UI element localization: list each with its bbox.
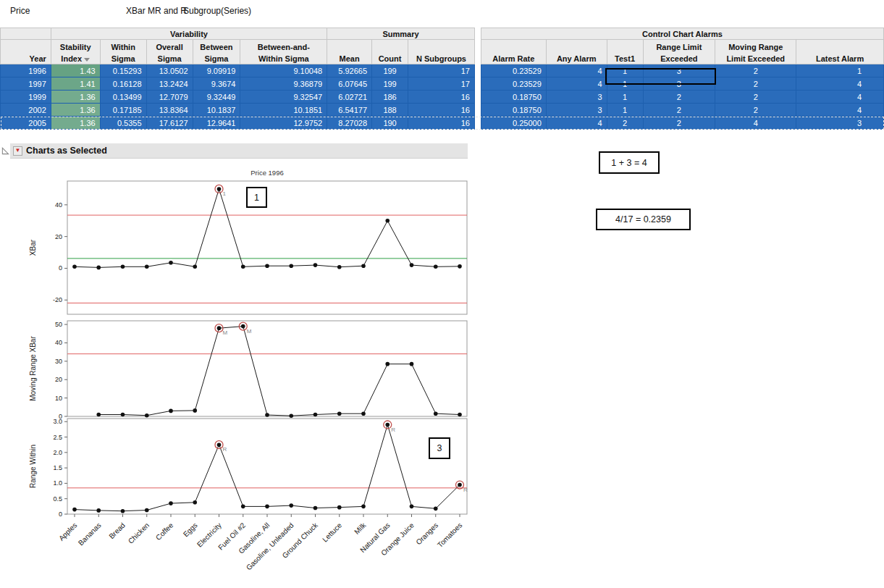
data-point[interactable]	[337, 505, 342, 510]
cell[interactable]: 10.1837	[193, 104, 240, 117]
data-point[interactable]	[265, 264, 269, 268]
data-point[interactable]	[241, 324, 245, 329]
charts-section-header[interactable]: ▼ Charts as Selected	[10, 143, 468, 159]
cell[interactable]: 1	[796, 64, 884, 77]
data-point[interactable]	[458, 264, 462, 269]
cell[interactable]: 1	[607, 91, 643, 104]
cell[interactable]: 199	[372, 64, 408, 77]
data-point[interactable]	[121, 264, 125, 269]
data-point[interactable]	[241, 505, 245, 509]
data-point[interactable]	[385, 423, 390, 427]
data-point[interactable]	[169, 501, 173, 505]
column-header[interactable]: Any Alarm	[546, 52, 607, 64]
data-point[interactable]	[217, 326, 222, 330]
data-point[interactable]	[241, 264, 245, 269]
cell[interactable]: 6.54177	[327, 104, 372, 117]
data-point[interactable]	[96, 508, 101, 513]
data-point[interactable]	[145, 413, 149, 418]
cell[interactable]: 4	[715, 117, 796, 130]
data-point[interactable]	[361, 264, 366, 268]
cell[interactable]: 0.18750	[481, 91, 546, 104]
data-point[interactable]	[193, 500, 197, 505]
data-point[interactable]	[265, 413, 269, 417]
cell[interactable]: 0.23529	[481, 64, 546, 77]
cell[interactable]: 5.92665	[327, 64, 372, 77]
cell[interactable]: 16	[408, 117, 475, 130]
cell[interactable]: 3	[546, 91, 607, 104]
collapse-icon[interactable]	[1, 147, 9, 155]
column-header[interactable]: Test1	[607, 52, 643, 64]
cell[interactable]: 0.16128	[100, 77, 146, 91]
data-point[interactable]	[337, 265, 342, 269]
column-header[interactable]: Sigma	[193, 52, 240, 64]
data-point[interactable]	[337, 411, 342, 416]
column-header[interactable]: Latest Alarm	[796, 52, 884, 64]
data-point[interactable]	[289, 503, 293, 508]
data-point[interactable]	[313, 506, 318, 511]
cell[interactable]: 186	[372, 91, 408, 104]
cell[interactable]: 8.27028	[327, 117, 372, 130]
data-point[interactable]	[410, 362, 414, 366]
cell[interactable]: 2	[643, 91, 715, 104]
data-point[interactable]	[385, 219, 390, 223]
cell[interactable]: 0.23529	[481, 77, 546, 91]
column-header[interactable]: Alarm Rate	[481, 52, 546, 64]
data-point[interactable]	[121, 413, 125, 417]
table-row[interactable]: 20051.360.535517.612712.964112.97528.270…	[1, 117, 884, 130]
data-point[interactable]	[96, 413, 101, 417]
cell[interactable]: 4	[546, 117, 607, 130]
column-header[interactable]: Year	[1, 52, 51, 64]
cell[interactable]: 0.15293	[100, 64, 146, 77]
cell[interactable]: 4	[796, 91, 884, 104]
data-point[interactable]	[434, 411, 438, 416]
column-header[interactable]: Sigma	[100, 52, 146, 64]
cell[interactable]: 12.9641	[193, 117, 240, 130]
column-header[interactable]: Sigma	[146, 52, 193, 64]
cell[interactable]: 1.36	[51, 104, 100, 117]
data-point[interactable]	[313, 263, 318, 267]
cell[interactable]: 0.13499	[100, 91, 146, 104]
cell[interactable]: 6.02721	[327, 91, 372, 104]
cell[interactable]: 16	[408, 91, 475, 104]
data-point[interactable]	[289, 264, 293, 268]
data-point[interactable]	[313, 413, 318, 417]
column-header[interactable]: Exceeded	[643, 52, 715, 64]
table-row[interactable]: 19991.360.1349912.70799.324499.325476.02…	[1, 91, 884, 104]
data-point[interactable]	[121, 509, 125, 513]
data-point[interactable]	[361, 411, 366, 416]
data-point[interactable]	[410, 263, 414, 267]
data-point[interactable]	[361, 505, 366, 509]
cell[interactable]: 13.0502	[146, 64, 193, 77]
cell[interactable]: 3	[796, 117, 884, 130]
cell[interactable]: 6.07645	[327, 77, 372, 91]
cell[interactable]: 0.17185	[100, 104, 146, 117]
column-header[interactable]: Mean	[327, 52, 372, 64]
data-point[interactable]	[72, 264, 77, 269]
data-point[interactable]	[169, 409, 173, 413]
data-point[interactable]	[72, 508, 77, 512]
data-point[interactable]	[193, 408, 197, 413]
table-row[interactable]: 19971.410.1612813.24249.36749.368796.076…	[1, 77, 884, 91]
data-point[interactable]	[193, 264, 197, 269]
cell[interactable]: 0.25000	[481, 117, 546, 130]
cell[interactable]: 1997	[1, 77, 51, 91]
cell[interactable]: 10.1851	[240, 104, 327, 117]
data-point[interactable]	[434, 507, 438, 511]
cell[interactable]: 2	[715, 104, 796, 117]
cell[interactable]: 1999	[1, 91, 51, 104]
cell[interactable]: 16	[408, 104, 475, 117]
cell[interactable]: 12.9752	[240, 117, 327, 130]
cell[interactable]: 1.43	[51, 64, 100, 77]
cell[interactable]: 1.41	[51, 77, 100, 91]
cell[interactable]: 190	[372, 117, 408, 130]
cell[interactable]: 13.2424	[146, 77, 193, 91]
data-point[interactable]	[96, 266, 101, 270]
column-header[interactable]: Index	[51, 52, 100, 64]
cell[interactable]: 0.18750	[481, 104, 546, 117]
table-row[interactable]: 19961.430.1529313.05029.099199.100485.92…	[1, 64, 884, 77]
data-point[interactable]	[434, 264, 438, 269]
cell[interactable]: 4	[546, 77, 607, 91]
table-row[interactable]: 20021.360.1718513.836410.183710.18516.54…	[1, 104, 884, 117]
data-point[interactable]	[410, 505, 414, 509]
column-header[interactable]: Count	[372, 52, 408, 64]
